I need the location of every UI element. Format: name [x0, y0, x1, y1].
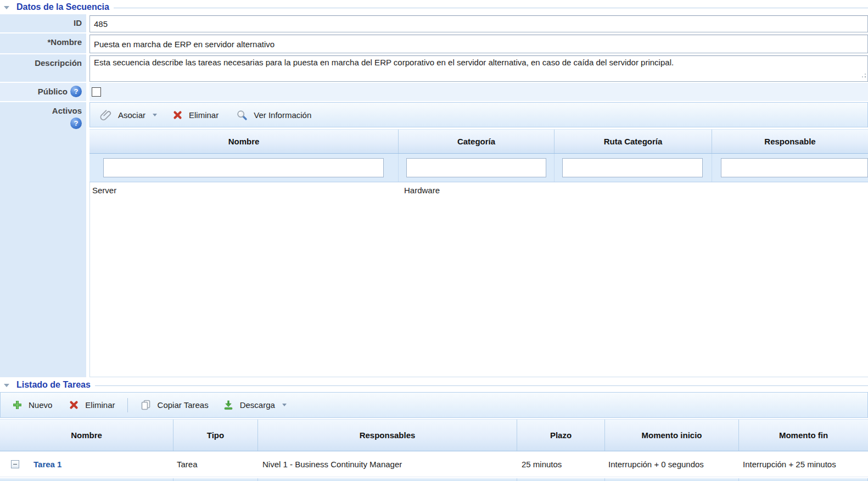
activos-filter-categoria-input[interactable] [406, 158, 546, 177]
activos-col-nombre[interactable]: Nombre [89, 130, 399, 153]
task-link[interactable]: Tarea 1 [33, 460, 61, 469]
nombre-input[interactable] [89, 35, 868, 53]
publico-field-cell [89, 83, 868, 101]
nombre-label: *Nombre [0, 33, 86, 53]
id-label: ID [0, 14, 86, 32]
paperclip-icon [100, 109, 112, 121]
id-field-cell [89, 14, 868, 32]
activos-filter-nombre-input[interactable] [103, 158, 384, 177]
activos-row: Activos ? Asociar [0, 102, 868, 377]
tareas-col-momento-inicio[interactable]: Momento inicio [605, 420, 739, 451]
activos-label: Activos [52, 106, 82, 115]
nombre-field-cell [89, 33, 868, 53]
collapse-task-icon[interactable] [11, 460, 19, 468]
activos-toolbar: Asociar Eliminar [89, 102, 868, 127]
ver-informacion-label: Ver Información [254, 110, 311, 120]
legend-line-2 [95, 385, 868, 386]
tareas-cell-momento-fin: Interrupción + 25 minutos [739, 460, 868, 469]
activos-help-icon[interactable]: ? [70, 118, 82, 129]
nuevo-button[interactable]: Nuevo [7, 398, 58, 412]
activos-table-row[interactable]: Server Hardware [90, 182, 868, 198]
collapse-tareas-icon[interactable] [4, 384, 9, 387]
ver-informacion-button[interactable]: Ver Información [231, 107, 317, 123]
tareas-table-row[interactable]: Tarea 1 Tarea Nivel 1 - Business Continu… [0, 451, 868, 477]
id-row: ID [0, 14, 868, 32]
activos-col-responsable[interactable]: Responsable [712, 130, 868, 153]
next-row-strip [0, 478, 868, 481]
activos-eliminar-button[interactable]: Eliminar [167, 108, 224, 122]
red-cross-icon [69, 400, 79, 410]
descripcion-textarea[interactable]: Esta secuencia describe las tareas neces… [89, 55, 868, 82]
publico-row: Público ? [0, 83, 868, 101]
filter-cell-responsable [712, 154, 868, 182]
tareas-eliminar-button[interactable]: Eliminar [63, 398, 120, 412]
copiar-tareas-label: Copiar Tareas [158, 400, 209, 410]
publico-label: Público [38, 87, 68, 96]
tareas-title: Listado de Tareas [16, 380, 91, 390]
descripcion-field-cell: Esta secuencia describe las tareas neces… [89, 54, 868, 82]
asociar-button[interactable]: Asociar [94, 107, 163, 123]
nombre-row: *Nombre [0, 33, 868, 53]
collapse-datos-icon[interactable] [4, 6, 9, 9]
activos-grid-body: Server Hardware [89, 182, 868, 377]
activos-filter-ruta-input[interactable] [562, 158, 703, 177]
red-cross-icon [172, 110, 183, 120]
activos-grid-header: Nombre Categoría Ruta Categoría Responsa… [89, 129, 868, 154]
textarea-resize-grip-icon[interactable] [865, 76, 866, 77]
filter-cell-nombre [89, 154, 399, 182]
activos-label-cell: Activos ? [0, 102, 86, 377]
tareas-col-tipo[interactable]: Tipo [173, 420, 258, 451]
asociar-label: Asociar [118, 110, 145, 120]
toolbar-separator [127, 398, 128, 412]
id-input[interactable] [89, 15, 868, 32]
tareas-cell-responsables: Nivel 1 - Business Continuity Manager [258, 460, 517, 469]
activos-col-ruta-categoria[interactable]: Ruta Categoría [555, 130, 712, 153]
tareas-toolbar: Nuevo Eliminar Copiar Tareas [0, 392, 868, 418]
publico-checkbox[interactable] [92, 87, 101, 97]
descarga-button[interactable]: Descarga [217, 398, 292, 413]
legend-line [114, 8, 868, 8]
tareas-eliminar-label: Eliminar [85, 400, 115, 410]
descarga-label: Descarga [240, 400, 275, 410]
section-listado-tareas: Listado de Tareas Nuevo Eliminar [0, 378, 868, 481]
magnifier-icon [236, 109, 248, 121]
tareas-col-responsables[interactable]: Responsables [258, 420, 517, 451]
activos-filter-responsable-input[interactable] [721, 158, 868, 177]
tareas-col-nombre[interactable]: Nombre [0, 420, 173, 451]
nuevo-label: Nuevo [29, 400, 52, 410]
descripcion-label: Descripción [0, 54, 86, 82]
activos-eliminar-label: Eliminar [189, 110, 219, 120]
activos-panel: Asociar Eliminar [89, 102, 868, 377]
tareas-grid-header: Nombre Tipo Responsables Plazo Momento i… [0, 419, 868, 451]
publico-label-cell: Público ? [0, 83, 86, 101]
tareas-cell-nombre: Tarea 1 [0, 460, 173, 469]
filter-cell-ruta [555, 154, 712, 182]
datos-title: Datos de la Secuencia [16, 2, 109, 12]
copy-pages-icon [140, 399, 152, 411]
activos-filter-row [89, 154, 868, 182]
filter-cell-categoria [399, 154, 555, 182]
asociar-caret-icon [153, 114, 157, 116]
tareas-cell-plazo: 25 minutos [517, 460, 605, 469]
tareas-legend: Listado de Tareas [0, 378, 868, 391]
tareas-cell-momento-inicio: Interrupción + 0 segundos [605, 460, 739, 469]
tareas-cell-tipo: Tarea [173, 460, 258, 469]
publico-help-icon[interactable]: ? [70, 86, 82, 97]
activos-cell-nombre: Server [90, 186, 399, 195]
datos-legend: Datos de la Secuencia [0, 0, 868, 14]
green-plus-icon [12, 400, 23, 410]
activos-cell-categoria: Hardware [399, 186, 555, 195]
green-download-icon [223, 400, 234, 411]
section-datos-secuencia: Datos de la Secuencia ID *Nombre Descrip… [0, 0, 868, 377]
tareas-col-plazo[interactable]: Plazo [517, 420, 605, 451]
copiar-tareas-button[interactable]: Copiar Tareas [135, 397, 214, 413]
descarga-caret-icon [282, 404, 287, 406]
tareas-col-momento-fin[interactable]: Momento fin [739, 420, 868, 451]
activos-col-categoria[interactable]: Categoría [399, 130, 555, 153]
descripcion-row: Descripción Esta secuencia describe las … [0, 54, 868, 82]
